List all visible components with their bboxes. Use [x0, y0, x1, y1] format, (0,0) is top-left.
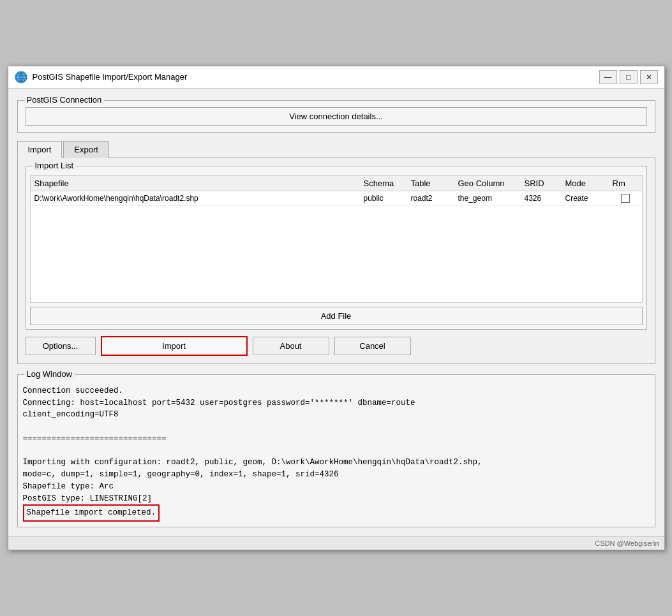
log-window-group: Log Window Connection succeeded. Connect…	[17, 374, 655, 527]
window-title: PostGIS Shapefile Import/Export Manager	[33, 72, 594, 82]
table-header: Shapefile Schema Table Geo Column SRID M…	[31, 176, 642, 191]
log-line-1: Connecting: host=localhost port=5432 use…	[23, 397, 650, 409]
header-geo-column: Geo Column	[458, 179, 522, 188]
cell-srid: 4326	[525, 194, 563, 203]
header-srid: SRID	[525, 179, 563, 188]
log-line-6: Importing with configuration: roadt2, pu…	[23, 457, 650, 469]
header-mode: Mode	[565, 179, 610, 188]
import-list-label: Import List	[33, 161, 77, 170]
log-window-label: Log Window	[24, 369, 75, 379]
cell-table: roadt2	[411, 194, 456, 203]
window-controls: — □ ✕	[599, 70, 658, 84]
cell-mode: Create	[565, 194, 610, 203]
cell-rm	[613, 194, 638, 203]
cell-geo-column: the_geom	[458, 194, 522, 203]
cell-schema: public	[364, 194, 408, 203]
postgis-connection-label: PostGIS Connection	[24, 95, 105, 105]
title-bar: PostGIS Shapefile Import/Export Manager …	[8, 66, 664, 89]
tab-export[interactable]: Export	[63, 141, 109, 158]
rm-checkbox[interactable]	[621, 194, 630, 203]
cancel-button[interactable]: Cancel	[334, 337, 411, 355]
table-row: D:\work\AworkHome\hengqin\hqData\roadt2.…	[31, 191, 642, 206]
header-rm: Rm	[613, 179, 638, 188]
cell-shapefile: D:\work\AworkHome\hengqin\hqData\roadt2.…	[34, 194, 361, 203]
minimize-button[interactable]: —	[599, 70, 617, 84]
log-line-9: PostGIS type: LINESTRING[2]	[23, 493, 650, 505]
app-icon	[15, 71, 27, 84]
log-line-0: Connection succeeded.	[23, 385, 650, 397]
import-list-group: Import List Shapefile Schema Table Geo C…	[26, 166, 647, 330]
log-line-4: ==============================	[23, 433, 650, 445]
view-connection-button[interactable]: View connection details...	[26, 107, 647, 126]
main-window: PostGIS Shapefile Import/Export Manager …	[8, 66, 665, 550]
close-button[interactable]: ✕	[640, 70, 658, 84]
log-line-7: mode=c, dump=1, simple=1, geography=0, i…	[23, 469, 650, 481]
about-button[interactable]: About	[253, 337, 329, 355]
log-line-completed: Shapefile import completed.	[23, 504, 160, 522]
log-line-3	[23, 421, 650, 433]
log-line-2: client_encoding=UTF8	[23, 409, 650, 421]
table-empty-space	[31, 206, 642, 302]
import-table: Shapefile Schema Table Geo Column SRID M…	[30, 175, 643, 303]
options-button[interactable]: Options...	[26, 337, 96, 355]
tab-content-import: Import List Shapefile Schema Table Geo C…	[17, 158, 655, 364]
maximize-button[interactable]: □	[620, 70, 638, 84]
log-line-8: Shapefile type: Arc	[23, 481, 650, 493]
header-shapefile: Shapefile	[34, 179, 361, 188]
tabs-area: Import Export Import List Shapefile	[17, 140, 655, 364]
header-table: Table	[411, 179, 456, 188]
log-content: Connection succeeded. Connecting: host=l…	[18, 380, 655, 527]
tab-bar: Import Export	[17, 140, 655, 158]
tab-import[interactable]: Import	[17, 141, 63, 158]
action-buttons: Options... Import About Cancel	[26, 336, 647, 356]
log-line-5	[23, 445, 650, 457]
watermark: CSDN @Webgiserin	[8, 536, 664, 550]
add-file-button[interactable]: Add File	[30, 307, 643, 325]
header-schema: Schema	[364, 179, 408, 188]
import-button[interactable]: Import	[101, 336, 248, 356]
postgis-connection-group: PostGIS Connection View connection detai…	[17, 100, 655, 133]
window-body: PostGIS Connection View connection detai…	[8, 89, 664, 536]
